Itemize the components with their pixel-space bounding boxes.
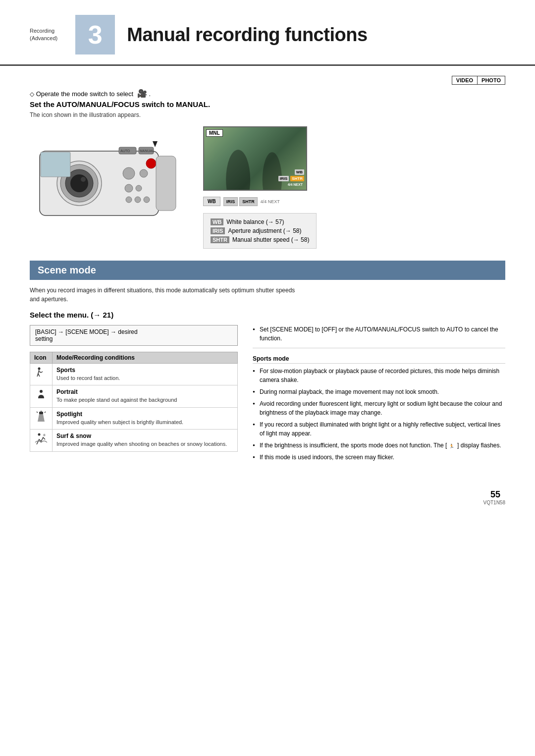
doc-ref: VQT1N58	[483, 500, 505, 505]
icon-badges-row: WB IRIS SHTR 4/4 NEXT	[203, 197, 317, 206]
cancel-bullet-item: Set [SCENE MODE] to [OFF] or the AUTO/MA…	[253, 325, 505, 343]
camera-illustration: AUTO MANUAL	[30, 126, 188, 225]
sports-mode-name: Sports	[56, 367, 233, 374]
icon-shown-instruction: The icon shown in the illustration appea…	[30, 111, 505, 118]
svg-point-15	[126, 197, 132, 203]
table-row: ✳ Surf & snow Improved image quality whe…	[30, 430, 238, 451]
two-column-layout: [BASIC] → [SCENE MODE] → desired setting…	[30, 325, 505, 465]
sports-bullet-2: During normal playback, the image moveme…	[253, 387, 505, 396]
page-number: 55	[490, 489, 500, 500]
scene-mode-header: Scene mode	[30, 261, 505, 280]
divider	[253, 348, 505, 348]
illustration-right: MNL WB IRIS SHTR 4/4 NEXT	[203, 126, 317, 249]
surf-snow-mode-name: Surf & snow	[56, 432, 233, 439]
svg-point-12	[140, 169, 148, 177]
svg-text:🏃: 🏃	[449, 443, 455, 448]
spotlight-mode-cell: Spotlight Improved quality when subject …	[53, 407, 238, 429]
shtr-screen-icon: SHTR	[290, 176, 304, 181]
screen-image: MNL WB IRIS SHTR 4/4 NEXT	[203, 126, 307, 191]
table-row: Spotlight Improved quality when subject …	[30, 407, 238, 429]
right-column: Set [SCENE MODE] to [OFF] or the AUTO/MA…	[253, 325, 505, 465]
svg-point-18	[146, 159, 156, 168]
svg-point-29	[40, 390, 43, 393]
portrait-icon-cell	[30, 385, 53, 407]
portrait-mode-desc: To make people stand out against the bac…	[56, 397, 177, 403]
svg-rect-20	[41, 152, 70, 177]
left-column: [BASIC] → [SCENE MODE] → desired setting…	[30, 325, 238, 465]
svg-point-5	[81, 177, 86, 182]
basic-setting-box: [BASIC] → [SCENE MODE] → desired setting	[30, 325, 238, 346]
svg-text:MANUAL: MANUAL	[140, 149, 154, 153]
shtr-legend-tag: SHTR	[211, 236, 229, 243]
shtr-icon-tag: SHTR	[239, 197, 258, 206]
svg-point-16	[135, 197, 141, 203]
chapter-number: 3	[75, 15, 115, 54]
screen-preview: MNL WB IRIS SHTR 4/4 NEXT	[203, 126, 307, 191]
portrait-mode-cell: Portrait To make people stand out agains…	[53, 385, 238, 407]
sports-bullet-3: Avoid recording under fluorescent light,…	[253, 399, 505, 417]
svg-line-27	[38, 374, 40, 377]
sports-flash-icon: 🏃	[449, 443, 456, 448]
sports-bullet-5: If the brightness is insufficient, the s…	[253, 441, 505, 450]
svg-point-11	[123, 167, 135, 179]
sports-mode-cell: Sports Used to record fast action.	[53, 364, 238, 385]
wb-legend-tag: WB	[211, 218, 223, 225]
svg-point-4	[70, 174, 88, 192]
svg-rect-30	[39, 412, 43, 414]
shtr-legend-item: SHTR Manual shutter speed (→ 58)	[211, 236, 309, 243]
sports-mode-desc: Used to record fast action.	[56, 375, 120, 381]
surf-snow-icon: ✳	[34, 432, 48, 444]
iris-legend-tag: IRIS	[211, 227, 225, 234]
svg-line-24	[38, 370, 39, 374]
sports-bullet-4: If you record a subject illuminated with…	[253, 420, 505, 438]
video-badge: VIDEO	[452, 76, 478, 84]
cancel-bullet-list: Set [SCENE MODE] to [OFF] or the AUTO/MA…	[253, 325, 505, 343]
sports-mode-section-title: Sports mode	[253, 355, 505, 364]
table-header-icon: Icon	[30, 352, 53, 364]
surf-snow-mode-desc: Improved image quality when shooting on …	[56, 441, 227, 447]
spotlight-icon	[35, 411, 47, 423]
svg-point-14	[136, 185, 142, 191]
legend-box: WB White balance (→ 57) IRIS Aperture ad…	[203, 213, 317, 249]
portrait-mode-name: Portrait	[56, 388, 233, 395]
svg-rect-19	[156, 156, 176, 211]
table-header-mode: Mode/Recording conditions	[53, 352, 238, 364]
page-header: Recording (Advanced) 3 Manual recording …	[0, 0, 535, 66]
spotlight-mode-name: Spotlight	[56, 411, 233, 418]
table-body: Sports Used to record fast action.	[30, 364, 238, 452]
svg-point-23	[38, 368, 41, 370]
iris-icon-tag: IRIS	[223, 197, 238, 206]
svg-text:AUTO: AUTO	[120, 149, 130, 153]
screen-overlay-icons: WB IRIS SHTR 4/4 NEXT	[278, 169, 304, 187]
svg-marker-10	[153, 141, 158, 147]
svg-point-17	[144, 197, 150, 203]
sports-icon	[35, 367, 47, 378]
spotlight-mode-desc: Improved quality when subject is brightl…	[56, 419, 183, 425]
svg-line-33	[45, 412, 46, 413]
iris-screen-icon: IRIS	[278, 176, 289, 181]
camera-svg: AUTO MANUAL	[30, 126, 188, 225]
surf-snow-mode-cell: Surf & snow Improved image quality when …	[53, 430, 238, 451]
svg-line-32	[37, 412, 38, 413]
spotlight-icon-cell	[30, 407, 53, 429]
next-label: 4/4 NEXT	[261, 199, 280, 204]
sports-bullet-list: For slow-motion playback or playback pau…	[253, 367, 505, 462]
svg-text:✳: ✳	[43, 433, 46, 437]
photo-badge: PHOTO	[478, 76, 505, 84]
iris-legend-item: IRIS Aperture adjustment (→ 58)	[211, 227, 309, 234]
wb-legend-text: White balance (→ 57)	[226, 218, 284, 225]
scene-mode-table: Icon Mode/Recording conditions	[30, 352, 238, 452]
set-switch-instruction: Set the AUTO/MANUAL/FOCUS switch to MANU…	[30, 100, 505, 108]
recording-label: Recording (Advanced)	[30, 27, 57, 43]
video-photo-section: VIDEO PHOTO	[30, 76, 505, 85]
chapter-label: Recording (Advanced)	[30, 27, 65, 43]
wb-icon-tag: WB	[203, 197, 220, 206]
wb-screen-icon: WB	[295, 169, 304, 175]
next-screen-icon: 4/4 NEXT	[286, 182, 304, 187]
iris-shtr-row: IRIS SHTR	[223, 197, 258, 206]
surf-snow-icon-cell: ✳	[30, 430, 53, 451]
svg-point-21	[226, 150, 250, 190]
table-row: Portrait To make people stand out agains…	[30, 385, 238, 407]
svg-line-28	[41, 372, 43, 373]
select-menu-line: Select the menu. (→ 21)	[30, 311, 505, 319]
